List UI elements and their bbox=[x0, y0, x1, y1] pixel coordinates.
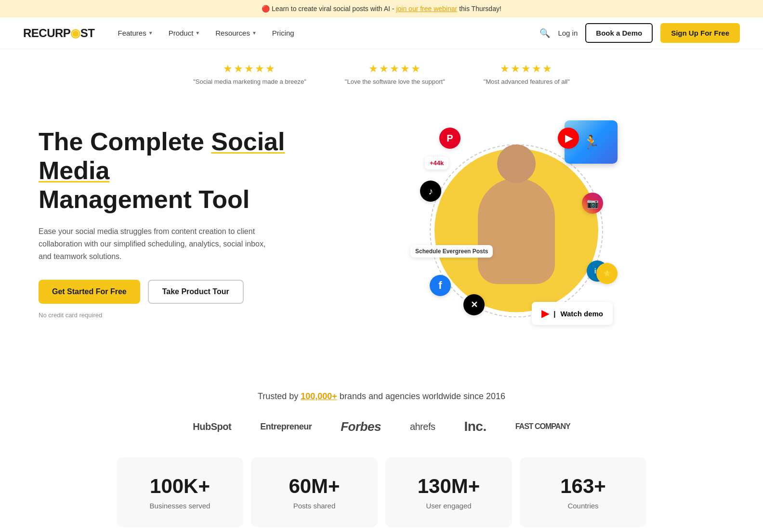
webinar-link[interactable]: join our free webinar bbox=[396, 5, 457, 13]
youtube-play-icon: ▶ bbox=[541, 308, 549, 319]
illustration-container: 🏃 P ▶ ♪ 📷 in f ✕ 🌟 +44k Schedule Evergre… bbox=[415, 113, 618, 335]
pinterest-icon: P bbox=[439, 128, 460, 149]
watch-demo-button[interactable]: ▶ | Watch demo bbox=[532, 302, 613, 325]
hero-title-part2: Management Tool bbox=[39, 185, 250, 213]
search-button[interactable]: 🔍 bbox=[539, 28, 550, 39]
stat-users: 130M+ User engaged bbox=[385, 457, 512, 527]
review-text-3: "Most advanced features of all" bbox=[484, 78, 570, 85]
trusted-count: 100,000+ bbox=[301, 391, 337, 401]
extra-icon: 🌟 bbox=[596, 263, 618, 284]
stat-label-businesses: Businesses served bbox=[128, 502, 232, 510]
tiktok-icon: ♪ bbox=[420, 181, 441, 202]
main-nav: Features ▼ Product ▼ Resources ▼ Pricing bbox=[118, 29, 540, 37]
divider: | bbox=[553, 310, 555, 318]
announcement-bar: 🔴 Learn to create viral social posts wit… bbox=[0, 0, 763, 17]
stars-1: ★★★★★ bbox=[223, 63, 276, 75]
chevron-down-icon: ▼ bbox=[195, 30, 200, 36]
login-button[interactable]: Log in bbox=[558, 29, 578, 37]
no-credit-card-text: No credit card required bbox=[39, 311, 308, 319]
announcement-text: 🔴 Learn to create viral social posts wit… bbox=[262, 5, 501, 13]
stat-number-countries: 163+ bbox=[531, 475, 635, 498]
x-icon: ✕ bbox=[463, 294, 485, 315]
brand-logos: HubSpot Entrepreneur Forbes ahrefs Inc. … bbox=[39, 419, 724, 434]
instagram-icon: 📷 bbox=[582, 193, 603, 214]
stat-number-posts: 60M+ bbox=[263, 475, 366, 498]
hero-illustration: 🏃 P ▶ ♪ 📷 in f ✕ 🌟 +44k Schedule Evergre… bbox=[308, 108, 724, 339]
nav-pricing[interactable]: Pricing bbox=[272, 29, 294, 37]
youtube-icon: ▶ bbox=[558, 128, 579, 149]
brand-hubspot: HubSpot bbox=[193, 421, 231, 432]
nav-product[interactable]: Product ▼ bbox=[169, 29, 200, 37]
header: RECURP◉ST Features ▼ Product ▼ Resources… bbox=[0, 17, 763, 49]
brand-fastcompany: FAST COMPANY bbox=[515, 422, 570, 431]
stats-grid: 100K+ Businesses served 60M+ Posts share… bbox=[117, 457, 646, 527]
stat-countries: 163+ Countries bbox=[520, 457, 646, 527]
chevron-down-icon: ▼ bbox=[148, 30, 153, 36]
brand-entrepreneur: Entrepreneur bbox=[260, 422, 312, 432]
trusted-section: Trusted by 100,000+ brands and agencies … bbox=[0, 368, 763, 532]
person-body bbox=[478, 178, 555, 284]
stat-businesses: 100K+ Businesses served bbox=[117, 457, 243, 527]
hero-content: The Complete Social Media Management Too… bbox=[39, 108, 308, 319]
brand-forbes: Forbes bbox=[341, 419, 381, 434]
review-text-1: "Social media marketing made a breeze" bbox=[193, 78, 306, 85]
likes-badge: +44k bbox=[425, 156, 448, 169]
book-demo-button[interactable]: Book a Demo bbox=[585, 23, 653, 43]
stat-label-users: User engaged bbox=[397, 502, 500, 510]
chevron-down-icon: ▼ bbox=[252, 30, 257, 36]
review-1: ★★★★★ "Social media marketing made a bre… bbox=[193, 63, 306, 85]
hero-subtitle: Ease your social media struggles from co… bbox=[39, 225, 270, 262]
stars-3: ★★★★★ bbox=[500, 63, 553, 75]
stars-2: ★★★★★ bbox=[368, 63, 421, 75]
nav-features[interactable]: Features ▼ bbox=[118, 29, 153, 37]
review-text-2: "Love the software love the support" bbox=[345, 78, 445, 85]
review-2: ★★★★★ "Love the software love the suppor… bbox=[345, 63, 445, 85]
logo[interactable]: RECURP◉ST bbox=[23, 26, 95, 40]
review-3: ★★★★★ "Most advanced features of all" bbox=[484, 63, 570, 85]
get-started-button[interactable]: Get Started For Free bbox=[39, 280, 140, 304]
trusted-title: Trusted by 100,000+ brands and agencies … bbox=[39, 391, 724, 402]
facebook-icon: f bbox=[430, 275, 451, 296]
person-illustration bbox=[454, 123, 579, 306]
header-actions: 🔍 Log in Book a Demo Sign Up For Free bbox=[539, 23, 740, 43]
person-head bbox=[497, 144, 536, 183]
stat-posts: 60M+ Posts shared bbox=[251, 457, 378, 527]
signup-button[interactable]: Sign Up For Free bbox=[660, 23, 740, 43]
stat-label-posts: Posts shared bbox=[263, 502, 366, 510]
nav-resources[interactable]: Resources ▼ bbox=[215, 29, 257, 37]
brand-inc: Inc. bbox=[464, 419, 486, 434]
stat-label-countries: Countries bbox=[531, 502, 635, 510]
product-tour-button[interactable]: Take Product Tour bbox=[148, 280, 244, 304]
stat-number-users: 130M+ bbox=[397, 475, 500, 498]
stat-number-businesses: 100K+ bbox=[128, 475, 232, 498]
hero-buttons: Get Started For Free Take Product Tour bbox=[39, 280, 308, 304]
brand-ahrefs: ahrefs bbox=[410, 421, 435, 432]
schedule-badge: Schedule Evergreen Posts bbox=[410, 245, 493, 258]
hero-section: The Complete Social Media Management Too… bbox=[0, 99, 763, 368]
hero-title: The Complete Social Media Management Too… bbox=[39, 128, 308, 214]
reviews-bar: ★★★★★ "Social media marketing made a bre… bbox=[0, 49, 763, 99]
